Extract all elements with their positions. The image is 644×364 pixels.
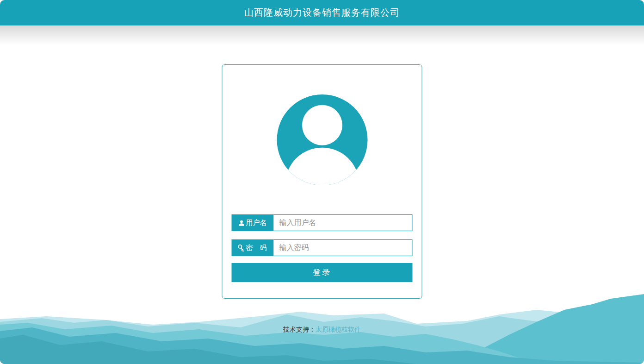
password-row: 密 码 [232, 239, 413, 256]
key-icon [238, 245, 245, 251]
header-shadow [0, 25, 644, 45]
user-icon [238, 220, 245, 226]
app-header: 山西隆威动力设备销售服务有限公司 [0, 0, 644, 25]
support-link[interactable]: 太原橄榄枝软件 [316, 326, 361, 333]
page-container: 山西隆威动力设备销售服务有限公司 [0, 0, 644, 364]
user-avatar-icon [276, 94, 368, 186]
login-button[interactable]: 登录 [232, 263, 413, 282]
password-label-text: 密 码 [246, 244, 267, 252]
page-title: 山西隆威动力设备销售服务有限公司 [244, 6, 400, 19]
support-footer: 技术支持：太原橄榄枝软件 [0, 326, 644, 334]
username-input[interactable] [273, 214, 413, 231]
login-card: 用户名 密 码 [222, 64, 422, 299]
username-row: 用户名 [232, 214, 413, 231]
username-label-text: 用户名 [246, 219, 267, 227]
support-label: 技术支持： [283, 326, 316, 333]
username-label: 用户名 [232, 214, 273, 231]
password-label: 密 码 [232, 239, 273, 256]
login-form: 用户名 密 码 [232, 214, 413, 282]
password-input[interactable] [273, 239, 413, 256]
